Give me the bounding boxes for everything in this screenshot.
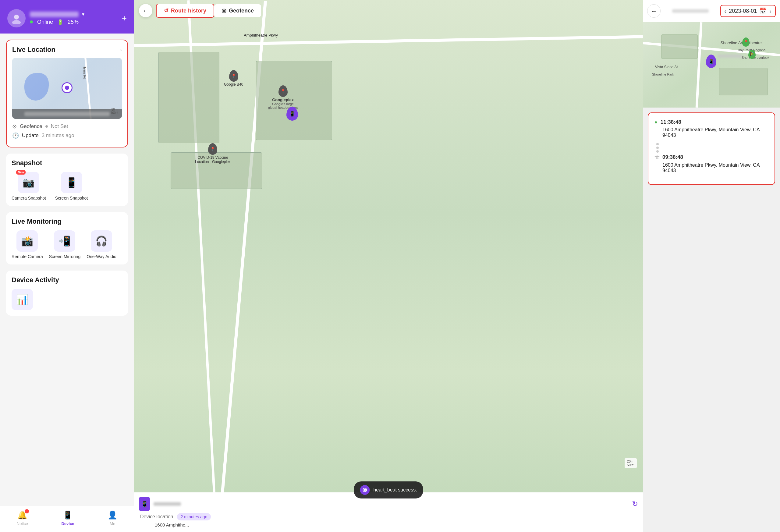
- device-loc-address-row: 1600 Amphithe...: [139, 522, 638, 528]
- notice-icon: 🔔: [17, 511, 27, 520]
- device-location-time-badge: 2 minutes ago: [177, 513, 211, 521]
- tab-route-history-label: Route history: [171, 8, 206, 14]
- device-activity-inner: 📊: [11, 289, 123, 310]
- right-map-pin-2: 🧗: [748, 50, 755, 59]
- device-icon: 📱: [63, 511, 72, 520]
- status-row: Online 🔋 25%: [30, 19, 85, 25]
- map-area-blob: [25, 73, 49, 101]
- google-b40-pin[interactable]: 📍 Google B40: [224, 70, 243, 87]
- svg-point-0: [14, 15, 19, 19]
- covid-label: COVID-19 VaccineLocation - Googleplex: [195, 155, 231, 164]
- status-text: Online: [37, 19, 53, 25]
- right-shoreline-label: Shoreline Amphitheatre: [721, 41, 762, 45]
- toast-notification: heart_beat success.: [354, 481, 423, 498]
- camera-snapshot-label: Camera Snapshot: [11, 196, 46, 200]
- device-name-blurred: [154, 502, 181, 506]
- toast-icon: [360, 485, 370, 495]
- header-left: ▼ Online 🔋 25%: [7, 9, 85, 28]
- date-prev-button[interactable]: ‹: [725, 8, 727, 15]
- covid-pin[interactable]: 📍 COVID-19 VaccineLocation - Googleplex: [195, 143, 231, 164]
- right-header-center: [664, 9, 717, 13]
- route-address-2: 1600 Amphitheatre Pkwy, Mountain View, C…: [654, 162, 769, 174]
- googleplex-pin[interactable]: 📍 Googleplex Google's largeglobal headqu…: [268, 85, 298, 109]
- camera-snapshot-item[interactable]: New 📷 Camera Snapshot: [11, 172, 46, 200]
- battery-percent: 25%: [68, 19, 79, 25]
- remote-camera-icon: 📸: [16, 230, 38, 252]
- update-row: 🕐 Update 3 minutes ago: [12, 132, 122, 139]
- route-time-2-text: 09:38:48: [663, 154, 683, 160]
- route-address-1: 1600 Amphitheatre Pkwy, Mountain View, C…: [654, 127, 769, 138]
- one-way-audio-icon: 🎧: [91, 230, 112, 252]
- screen-mirroring-label: Screen Mirroring: [49, 254, 81, 259]
- tab-geofence[interactable]: ◎ Geofence: [214, 4, 261, 17]
- date-next-button[interactable]: ›: [769, 8, 772, 15]
- camera-snapshot-icon-wrap: New 📷: [18, 172, 39, 193]
- live-location-map[interactable]: Helms Rd 50 m100 ft: [12, 58, 122, 119]
- googleplex-label: Googleplex: [272, 97, 294, 102]
- route-end-icon: ☆: [654, 154, 660, 160]
- route-start-icon: ●: [654, 119, 657, 125]
- road-amphitheatre: [134, 35, 643, 47]
- live-location-title: Live Location: [12, 46, 55, 54]
- svg-point-1: [12, 20, 21, 24]
- route-entry-1: ● 11:38:48 1600 Amphitheatre Pkwy, Mount…: [654, 119, 769, 138]
- update-label: Update: [22, 133, 39, 139]
- screen-mirroring-item[interactable]: 📲 Screen Mirroring: [49, 230, 81, 259]
- google-map-bg: Amphitheatre Pkwy 📍 Google B40 📍 Googlep…: [134, 0, 643, 532]
- live-monitoring-title: Live Monitoring: [11, 217, 123, 226]
- toast-text: heart_beat success.: [373, 487, 417, 493]
- refresh-icon[interactable]: ↻: [632, 500, 638, 508]
- right-panel: ← ‹ 2023-08-01 📅 › Shoreline Amphitheatr…: [643, 0, 780, 532]
- device-label: Device: [61, 521, 74, 526]
- live-monitoring-section: Live Monitoring 📸 Remote Camera 📲 Screen…: [6, 212, 128, 264]
- route-dots: [654, 143, 769, 153]
- battery-icon: 🔋: [57, 19, 63, 25]
- nav-device[interactable]: 📱 Device: [61, 511, 74, 526]
- one-way-audio-item[interactable]: 🎧 One-Way Audio: [87, 230, 116, 259]
- route-dot-3: [656, 150, 659, 153]
- map-road-label: Helms Rd: [83, 66, 86, 79]
- middle-back-button[interactable]: ←: [139, 4, 152, 17]
- dropdown-icon[interactable]: ▼: [81, 12, 85, 17]
- activity-item-1[interactable]: 📊: [11, 289, 33, 310]
- device-location-pin: [61, 82, 72, 93]
- online-dot: [30, 20, 33, 23]
- pin-inner: [65, 86, 69, 90]
- tab-route-history[interactable]: ↺ Route history: [156, 4, 214, 18]
- right-vista-slope-label: Vista Slope At: [655, 65, 678, 69]
- screen-snapshot-icon-wrap: 📱: [61, 172, 82, 193]
- date-nav: ‹ 2023-08-01 📅 ›: [720, 5, 776, 17]
- map-bottom-bar: [12, 109, 122, 119]
- right-shoreline-park-label: Shoreline Park: [652, 72, 674, 76]
- right-map-name-blur: [718, 54, 742, 58]
- live-location-title-row: Live Location ›: [12, 46, 122, 54]
- header-info: ▼ Online 🔋 25%: [30, 11, 85, 25]
- geofence-value: Not Set: [51, 124, 68, 130]
- screen-mirroring-icon: 📲: [54, 230, 75, 252]
- tab-geofence-label: Geofence: [229, 8, 254, 14]
- geofence-icon: ◎: [222, 7, 227, 14]
- notice-label: Notice: [17, 521, 28, 526]
- route-dot-2: [656, 147, 659, 149]
- right-building-2: [719, 68, 768, 95]
- me-icon: 👤: [107, 511, 117, 520]
- building-google-1: [158, 52, 220, 143]
- nav-me[interactable]: 👤 Me: [107, 511, 117, 526]
- device-location-address: 1600 Amphithe...: [140, 522, 189, 527]
- right-building-1: [661, 35, 698, 59]
- route-entry-2: ☆ 09:38:48 1600 Amphitheatre Pkwy, Mount…: [654, 154, 769, 174]
- right-back-button[interactable]: ←: [647, 4, 661, 18]
- add-button[interactable]: +: [122, 13, 127, 23]
- calendar-icon[interactable]: 📅: [759, 7, 767, 15]
- right-map-pin-1: 📍: [742, 38, 749, 47]
- live-location-arrow[interactable]: ›: [120, 47, 122, 53]
- remote-camera-item[interactable]: 📸 Remote Camera: [11, 230, 43, 259]
- snapshot-section: Snapshot New 📷 Camera Snapshot 📱 Screen …: [6, 154, 128, 206]
- monitoring-grid: 📸 Remote Camera 📲 Screen Mirroring 🎧 One…: [11, 230, 123, 259]
- screen-snapshot-item[interactable]: 📱 Screen Snapshot: [55, 172, 88, 200]
- right-header-blur: [672, 9, 709, 13]
- nav-notice[interactable]: 🔔 Notice: [17, 511, 28, 526]
- device-loc-icon: 📱: [139, 497, 150, 511]
- svg-point-3: [364, 489, 365, 491]
- live-location-card[interactable]: Live Location › Helms Rd 50 m100 ft: [6, 40, 128, 147]
